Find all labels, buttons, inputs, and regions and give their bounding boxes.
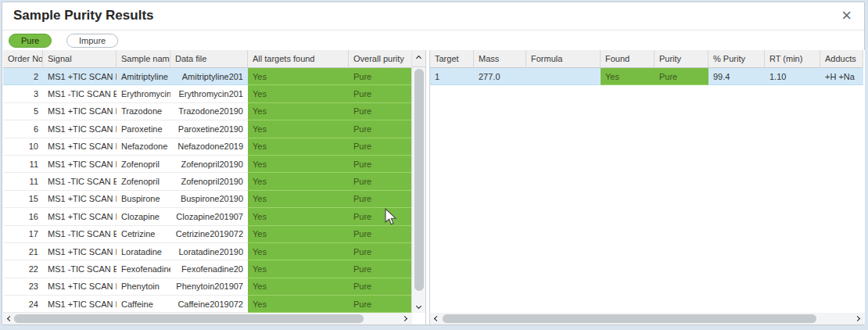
sample-column-header-all-targets-found[interactable]: All targets found (248, 50, 349, 68)
filter-bar: Pure Impure (2, 31, 864, 50)
sample-cell-signal: MS1 -TIC SCAN ESI F (43, 85, 117, 102)
sample-cell-sample-name: Fexofenadine (117, 260, 170, 278)
target-details-table: TargetMassFormulaFoundPurity% PurityRT (… (429, 50, 865, 325)
target-column-header-target[interactable]: Target (430, 50, 474, 68)
horizontal-scroll-thumb[interactable] (443, 314, 816, 323)
sample-result-row[interactable]: 22MS1 -TIC SCAN ESI FFexofenadineFexofen… (3, 260, 412, 278)
sample-result-row[interactable]: 11MS1 +TIC SCAN ESIZofenoprilZofenopril2… (3, 156, 412, 173)
sample-result-row[interactable]: 10MS1 +TIC SCAN ESINefazodoneNefazodone2… (3, 138, 412, 156)
target-column-header-rt-min[interactable]: RT (min) (765, 50, 820, 68)
close-icon[interactable]: × (841, 5, 852, 26)
sample-cell-overall-purity: Pure (349, 120, 412, 138)
right-horizontal-scrollbar[interactable] (430, 313, 865, 325)
sample-cell-overall-purity: Pure (349, 138, 412, 156)
sample-result-row[interactable]: 6MS1 +TIC SCAN ESIParoxetineParoxetine20… (3, 120, 412, 138)
sample-cell-all-targets-found: Yes (248, 85, 349, 102)
sample-result-row[interactable]: 2MS1 +TIC SCAN ESIAmitriptylineAmitripty… (3, 68, 412, 85)
target-column-header-purity[interactable]: Purity (655, 50, 708, 68)
target-column-header-adducts[interactable]: Adducts (820, 50, 863, 68)
sample-cell-overall-purity: Pure (349, 243, 412, 260)
sample-cell-sample-name: Trazodone (117, 103, 170, 120)
horizontal-scroll-thumb[interactable] (14, 314, 364, 323)
sample-cell-order-no: 22 (3, 260, 43, 278)
sample-cell-signal: MS1 -TIC SCAN ESI F (43, 226, 117, 243)
sample-cell-signal: MS1 +TIC SCAN ESI (43, 296, 117, 313)
sample-cell-all-targets-found: Yes (248, 156, 349, 173)
sample-column-header-overall-purity[interactable]: Overall purity (349, 50, 412, 68)
sample-cell-all-targets-found: Yes (248, 138, 349, 156)
target-cell-purity: Pure (655, 68, 708, 85)
sample-cell-signal: MS1 +TIC SCAN ESI (43, 68, 117, 85)
sample-cell-data-file: Loratadine20190 (170, 243, 248, 260)
sample-table-header-row: Order NoSignalSample nameData fileAll ta… (3, 50, 412, 68)
target-cell-rt-min: 1.10 (765, 68, 820, 85)
sample-cell-data-file: Erythromycin201 (170, 85, 248, 102)
target-cell-found: Yes (601, 68, 655, 85)
target-column-header-formula[interactable]: Formula (526, 50, 601, 68)
sample-table-body: 2MS1 +TIC SCAN ESIAmitriptylineAmitripty… (3, 68, 412, 313)
sample-cell-all-targets-found: Yes (248, 278, 349, 296)
sample-cell-order-no: 15 (3, 191, 43, 208)
sample-result-row[interactable]: 17MS1 -TIC SCAN ESI FCetrizineCetrizine2… (3, 226, 412, 243)
chevron-up-icon (416, 56, 421, 61)
target-cell-purity: 99.4 (708, 68, 765, 85)
sample-cell-signal: MS1 -TIC SCAN ESI F (43, 173, 117, 190)
sample-cell-data-file: Caffeine2019072 (170, 296, 248, 313)
scroll-right-button[interactable] (852, 313, 863, 325)
sample-result-row[interactable]: 5MS1 +TIC SCAN ESITrazodoneTrazodone2019… (3, 103, 412, 120)
target-cell-formula (526, 68, 601, 85)
sample-cell-signal: MS1 +TIC SCAN ESI (43, 278, 117, 296)
sample-result-row[interactable]: 16MS1 +TIC SCAN ESIClozapineClozapine201… (3, 208, 412, 225)
sample-column-header-data-file[interactable]: Data file (170, 50, 248, 68)
sample-cell-all-targets-found: Yes (248, 173, 349, 190)
sample-cell-sample-name: Buspirone (117, 191, 170, 208)
left-horizontal-scrollbar[interactable] (3, 313, 412, 325)
sample-result-row[interactable]: 23MS1 +TIC SCAN ESIPhenytoinPhenytoin201… (3, 278, 412, 296)
target-cell-target: 1 (430, 68, 474, 85)
sample-cell-signal: MS1 +TIC SCAN ESI (43, 208, 117, 225)
sample-cell-sample-name: Amitriptyline (117, 68, 170, 85)
sample-result-row[interactable]: 3MS1 -TIC SCAN ESI FErythromycinErythrom… (3, 85, 412, 102)
vertical-scroll-thumb[interactable] (414, 69, 424, 291)
scroll-down-button[interactable] (412, 300, 425, 311)
screen: Sample Purity Results × Pure Impure Orde… (0, 0, 868, 330)
target-table-header-row: TargetMassFormulaFoundPurity% PurityRT (… (430, 50, 863, 68)
sample-result-row[interactable]: 11MS1 -TIC SCAN ESI FZofenoprilZofenopri… (3, 173, 412, 190)
pure-filter-button[interactable]: Pure (9, 34, 52, 48)
dialog-titlebar: Sample Purity Results × (2, 2, 864, 30)
sample-column-header-order-no[interactable]: Order No (3, 50, 43, 68)
sample-cell-all-targets-found: Yes (248, 243, 349, 260)
chevron-left-icon (7, 316, 13, 321)
sample-cell-all-targets-found: Yes (248, 208, 349, 225)
sample-column-header-signal[interactable]: Signal (43, 50, 117, 68)
sample-cell-signal: MS1 +TIC SCAN ESI (43, 103, 117, 120)
target-column-header-purity[interactable]: % Purity (708, 50, 765, 68)
sample-cell-sample-name: Clozapine (117, 208, 170, 225)
sample-cell-sample-name: Nefazodone (117, 138, 170, 156)
left-vertical-scrollbar[interactable] (411, 50, 425, 313)
sample-cell-all-targets-found: Yes (248, 260, 349, 278)
sample-cell-sample-name: Zofenopril (117, 173, 170, 190)
target-column-header-mass[interactable]: Mass (474, 50, 526, 68)
target-column-header-found[interactable]: Found (601, 50, 655, 68)
dialog-title: Sample Purity Results (13, 8, 154, 23)
scroll-up-button[interactable] (412, 50, 425, 67)
sample-result-row[interactable]: 21MS1 +TIC SCAN ESILoratadineLoratadine2… (3, 243, 412, 260)
sample-cell-data-file: Cetrizine2019072 (170, 226, 248, 243)
sample-cell-signal: MS1 +TIC SCAN ESI (43, 120, 117, 138)
chevron-right-icon (402, 316, 407, 321)
scroll-right-button[interactable] (400, 313, 410, 325)
sample-result-row[interactable]: 24MS1 +TIC SCAN ESICaffeineCaffeine20190… (3, 296, 412, 313)
scroll-left-button[interactable] (432, 313, 442, 325)
sample-result-row[interactable]: 15MS1 +TIC SCAN ESIBuspironeBuspirone201… (3, 191, 412, 208)
sample-column-header-sample-name[interactable]: Sample name (117, 50, 170, 68)
impure-filter-button[interactable]: Impure (66, 34, 118, 48)
sample-cell-order-no: 3 (3, 85, 43, 102)
sample-cell-order-no: 2 (3, 68, 43, 85)
sample-cell-overall-purity: Pure (349, 278, 412, 296)
target-result-row[interactable]: 1277.0YesPure99.41.10+H +Na (430, 68, 863, 85)
sample-cell-sample-name: Erythromycin (117, 85, 170, 102)
sample-cell-all-targets-found: Yes (248, 120, 349, 138)
sample-cell-overall-purity: Pure (349, 156, 412, 173)
sample-cell-sample-name: Loratadine (117, 243, 170, 260)
